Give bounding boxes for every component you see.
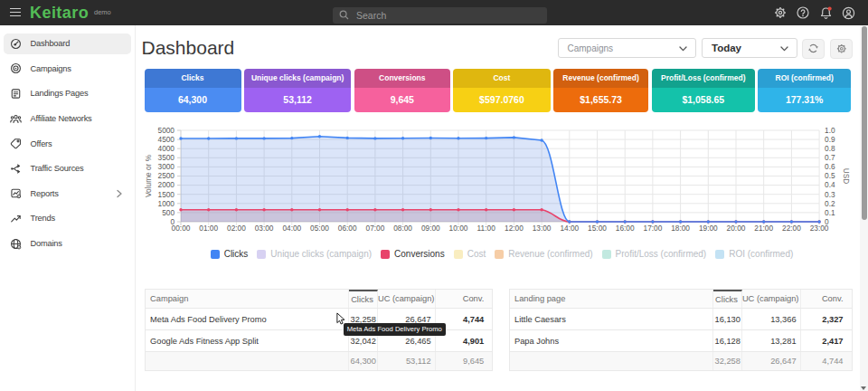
svg-text:2500: 2500 (158, 171, 175, 180)
svg-text:0.8: 0.8 (825, 144, 835, 153)
svg-text:0.5: 0.5 (825, 171, 835, 180)
svg-text:0.4: 0.4 (825, 180, 835, 189)
svg-text:07:00: 07:00 (366, 224, 385, 233)
svg-text:23:00: 23:00 (810, 224, 829, 233)
svg-text:3500: 3500 (158, 153, 175, 162)
svg-text:0.3: 0.3 (825, 190, 835, 199)
svg-text:5000: 5000 (158, 126, 175, 135)
svg-text:19:00: 19:00 (699, 224, 718, 233)
svg-text:01:00: 01:00 (199, 224, 218, 233)
svg-text:2000: 2000 (158, 180, 175, 189)
svg-text:4000: 4000 (158, 144, 175, 153)
svg-text:02:00: 02:00 (227, 224, 246, 233)
svg-text:0.6: 0.6 (825, 162, 835, 171)
svg-text:21:00: 21:00 (754, 224, 773, 233)
svg-text:Volume or %: Volume or % (144, 154, 153, 197)
svg-text:500: 500 (162, 208, 175, 217)
svg-text:18:00: 18:00 (671, 224, 690, 233)
svg-text:0.1: 0.1 (825, 208, 835, 217)
svg-text:0.7: 0.7 (825, 153, 835, 162)
svg-text:22:00: 22:00 (782, 224, 801, 233)
svg-text:13:00: 13:00 (533, 224, 552, 233)
svg-text:10:00: 10:00 (449, 224, 468, 233)
svg-text:15:00: 15:00 (588, 224, 607, 233)
svg-text:USD: USD (842, 168, 851, 185)
svg-text:0.2: 0.2 (825, 199, 835, 208)
svg-text:17:00: 17:00 (644, 224, 663, 233)
svg-text:09:00: 09:00 (421, 224, 440, 233)
svg-text:1.0: 1.0 (825, 126, 835, 135)
svg-text:05:00: 05:00 (310, 224, 329, 233)
svg-text:12:00: 12:00 (505, 224, 524, 233)
svg-text:00:00: 00:00 (172, 224, 191, 233)
svg-text:4500: 4500 (158, 135, 175, 144)
svg-text:16:00: 16:00 (616, 224, 635, 233)
svg-text:11:00: 11:00 (477, 224, 496, 233)
svg-text:20:00: 20:00 (727, 224, 746, 233)
svg-text:3000: 3000 (158, 162, 175, 171)
svg-text:14:00: 14:00 (560, 224, 579, 233)
svg-text:04:00: 04:00 (282, 224, 301, 233)
svg-text:1500: 1500 (158, 190, 175, 199)
svg-text:0.9: 0.9 (825, 135, 835, 144)
svg-text:08:00: 08:00 (393, 224, 412, 233)
svg-text:06:00: 06:00 (338, 224, 357, 233)
svg-text:1000: 1000 (158, 199, 175, 208)
svg-text:03:00: 03:00 (255, 224, 274, 233)
